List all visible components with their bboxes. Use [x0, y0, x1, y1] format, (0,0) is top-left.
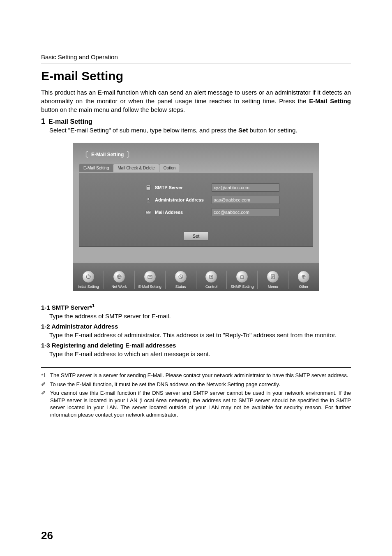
- intro-text-1: This product has an E-mail function whic…: [41, 89, 351, 104]
- tab-bar: E-Mail Setting Mail Check & Delete Optio…: [79, 164, 180, 172]
- intro-text-2: button on the main menu and follow the b…: [41, 106, 185, 113]
- svg-rect-0: [146, 185, 150, 190]
- step-heading: E-mail Setting: [48, 118, 92, 125]
- item-1-1: 1-1 SMTP Server*1 Type the address of SM…: [41, 303, 351, 320]
- other-icon: [297, 271, 310, 283]
- svg-point-2: [147, 198, 150, 200]
- footnote-2-text: To use the E-Mail function, it must be s…: [50, 381, 280, 388]
- step-1-heading-row: 1 E-mail Setting: [41, 117, 351, 126]
- item-1-2: 1-2 Administrator Address Type the E-mai…: [41, 323, 351, 339]
- nav-email-setting[interactable]: E-Mail Setting: [135, 271, 166, 289]
- nav-network[interactable]: Net Work: [104, 271, 135, 289]
- control-icon: [205, 271, 217, 283]
- nav-other[interactable]: Other: [288, 271, 319, 289]
- memo-icon: [267, 271, 279, 283]
- set-button[interactable]: Set: [183, 232, 209, 241]
- document-page: Basic Setting and Operation E-mail Setti…: [0, 0, 392, 556]
- footnote-1: *1 The SMTP server is a server for sendi…: [41, 372, 351, 379]
- admin-icon: [145, 197, 152, 203]
- nav-status[interactable]: Status: [166, 271, 196, 289]
- footnote-1-text: The SMTP server is a server for sending …: [50, 372, 348, 379]
- row-mail-address: Mail Address: [145, 206, 313, 218]
- footnote-3: ✐ You cannot use this E-mail function if…: [41, 389, 351, 418]
- row-admin-address: Administrator Address: [145, 194, 313, 206]
- left-bracket-icon: 〔: [81, 150, 89, 160]
- input-mail-address[interactable]: [212, 208, 279, 216]
- right-bracket-icon: 〕: [126, 150, 134, 160]
- initial-setting-icon: [82, 271, 95, 283]
- footnote-3-text: You cannot use this E-mail function if t…: [50, 389, 351, 418]
- item-1-2-head: 1-2 Administrator Address: [41, 323, 351, 330]
- panel-title: 〔 E-Mail Setting 〕: [81, 150, 134, 160]
- status-icon: [175, 271, 187, 283]
- svg-rect-1: [147, 186, 150, 187]
- item-1-3: 1-3 Registering and deleting E-mail addr…: [41, 342, 351, 358]
- tab-mail-check-delete[interactable]: Mail Check & Delete: [113, 164, 159, 172]
- footnote-2: ✐ To use the E-Mail function, it must be…: [41, 381, 351, 388]
- item-1-1-text: Type the address of SMTP server for E-ma…: [49, 312, 351, 320]
- snmp-icon: [236, 271, 248, 283]
- footnotes: *1 The SMTP server is a server for sendi…: [41, 372, 351, 418]
- header-rule: [41, 63, 351, 63]
- step1-text-2: button for setting.: [248, 127, 297, 134]
- item-1-2-text: Type the E-mail address of administrator…: [49, 331, 351, 339]
- server-icon: [145, 184, 152, 191]
- panel-title-text: E-Mail Setting: [91, 152, 124, 158]
- label-admin-address: Administrator Address: [155, 197, 208, 202]
- item-1-3-head: 1-3 Registering and deleting E-mail addr…: [41, 342, 351, 349]
- input-smtp-server[interactable]: [212, 183, 279, 192]
- step-1-text: Select "E-mail Setting" of sub menu, typ…: [49, 126, 351, 134]
- footnote-2-mark: ✐: [41, 381, 50, 388]
- footnote-rule: [41, 367, 351, 368]
- mail-icon: [145, 209, 152, 215]
- tab-option[interactable]: Option: [159, 164, 180, 172]
- label-mail-address: Mail Address: [155, 210, 208, 215]
- input-admin-address[interactable]: [212, 196, 279, 204]
- email-icon: [144, 271, 156, 283]
- running-header: Basic Setting and Operation: [41, 53, 351, 60]
- label-smtp-server: SMTP Server: [155, 185, 208, 190]
- row-smtp-server: SMTP Server: [145, 181, 313, 194]
- nav-snmp-setting[interactable]: SNMP Setting: [227, 271, 258, 289]
- step-number: 1: [41, 117, 48, 126]
- intro-paragraph: This product has an E-mail function whic…: [41, 88, 351, 114]
- item-1-3-text: Type the E-mail address to which an aler…: [49, 350, 351, 358]
- page-title: E-mail Setting: [41, 69, 351, 83]
- form-panel: SMTP Server Administrator Address Mail A…: [79, 173, 313, 247]
- tab-email-setting[interactable]: E-Mail Setting: [79, 164, 113, 172]
- page-number: 26: [41, 529, 53, 542]
- network-icon: [113, 271, 125, 283]
- item-1-1-head: 1-1 SMTP Server*1: [41, 303, 351, 311]
- nav-initial-setting[interactable]: Initial Setting: [73, 271, 104, 289]
- step1-bold: Set: [238, 127, 248, 134]
- intro-bold: E-Mail Setting: [309, 97, 351, 104]
- ui-screenshot: 〔 E-Mail Setting 〕 E-Mail Setting Mail C…: [73, 143, 319, 291]
- nav-control[interactable]: Control: [196, 271, 227, 289]
- footnote-3-mark: ✐: [41, 389, 50, 418]
- footnote-1-mark: *1: [41, 372, 50, 379]
- bottom-nav: Initial Setting Net Work E-Mail Setting …: [73, 263, 319, 290]
- nav-memo[interactable]: Memo: [258, 271, 288, 289]
- svg-point-9: [211, 276, 212, 278]
- step1-text-1: Select "E-mail Setting" of sub menu, typ…: [49, 127, 238, 134]
